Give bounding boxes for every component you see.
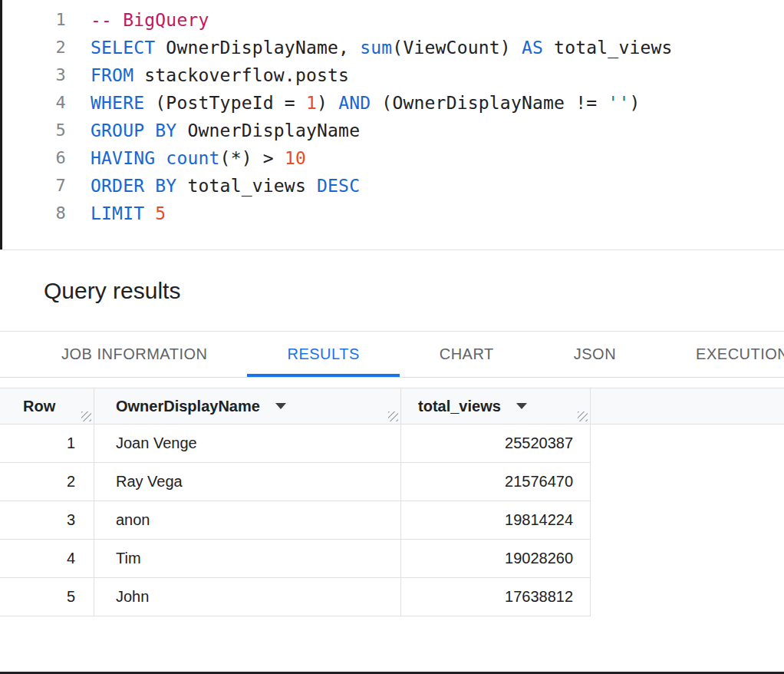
tab-execution-details[interactable]: EXECUTION DETAILS (656, 332, 784, 377)
owner-display-name-cell: anon (94, 501, 401, 539)
page-title: Query results (44, 278, 180, 304)
code-token: WHERE (91, 93, 144, 113)
tab-json[interactable]: JSON (534, 332, 656, 377)
row-number-cell: 3 (0, 501, 94, 539)
code-token: 5 (155, 203, 166, 223)
table-row[interactable]: 4Tim19028260 (0, 540, 591, 578)
code-token: GROUP BY (91, 121, 176, 140)
code-token: count (166, 148, 219, 168)
owner-display-name-cell: Joan Venge (94, 425, 401, 462)
column-header-total-views[interactable]: total_views (401, 388, 591, 424)
code-text: GROUP BY OwnerDisplayName (91, 117, 360, 144)
code-token: AND (338, 93, 371, 113)
code-text: ORDER BY total_views DESC (91, 172, 360, 200)
column-header-row[interactable]: Row (0, 388, 94, 424)
code-token: total_views (543, 38, 673, 58)
code-token: OwnerDisplayName (176, 121, 360, 140)
code-token: ORDER BY (91, 176, 176, 196)
line-number: 6 (0, 144, 66, 172)
code-token: (*) > (220, 148, 285, 168)
sql-editor-lines[interactable]: 1-- BigQuery2SELECT OwnerDisplayName, su… (0, 6, 784, 227)
table-row[interactable]: 3anon19814224 (0, 501, 591, 540)
results-table-body: 1Joan Venge255203872Ray Vega215764703ano… (0, 425, 784, 616)
code-token: ) (317, 93, 338, 113)
results-tabs: JOB INFORMATIONRESULTSCHARTJSONEXECUTION… (0, 332, 784, 378)
code-token: '' (608, 93, 629, 113)
sql-editor[interactable]: 1-- BigQuery2SELECT OwnerDisplayName, su… (0, 0, 784, 250)
chevron-down-icon[interactable] (275, 403, 286, 409)
tab-job-information[interactable]: JOB INFORMATION (21, 332, 247, 377)
column-label: total_views (418, 398, 501, 415)
line-number: 4 (0, 89, 66, 117)
code-line[interactable]: 1-- BigQuery (0, 6, 784, 34)
column-header-ownerdisplayname[interactable]: OwnerDisplayName (94, 388, 401, 424)
code-text: FROM stackoverflow.posts (91, 61, 349, 89)
code-token: OwnerDisplayName, (155, 38, 360, 58)
code-token: HAVING (91, 148, 155, 168)
line-number: 8 (0, 200, 66, 227)
results-table: Row OwnerDisplayName total_views 1Joan V… (0, 388, 784, 616)
code-text: -- BigQuery (91, 6, 209, 34)
code-text: HAVING count(*) > 10 (91, 144, 306, 172)
row-number-cell: 2 (0, 463, 94, 501)
column-resize-handle[interactable] (81, 411, 91, 421)
owner-display-name-cell: Tim (94, 540, 401, 577)
row-number-cell: 1 (0, 425, 94, 462)
code-line[interactable]: 6HAVING count(*) > 10 (0, 144, 784, 172)
code-token: 1 (306, 93, 317, 113)
code-token: ) (629, 93, 640, 113)
chevron-down-icon[interactable] (516, 403, 527, 409)
column-resize-handle[interactable] (388, 411, 398, 421)
query-results-header: Query results (0, 250, 784, 332)
table-row[interactable]: 2Ray Vega21576470 (0, 463, 591, 501)
code-token (155, 148, 166, 168)
code-token: (OwnerDisplayName != (371, 93, 608, 113)
code-token: AS (522, 38, 543, 58)
code-line[interactable]: 4WHERE (PostTypeId = 1) AND (OwnerDispla… (0, 89, 784, 117)
owner-display-name-cell: Ray Vega (94, 463, 401, 501)
owner-display-name-cell: John (94, 578, 401, 616)
code-token: (PostTypeId = (144, 93, 306, 113)
code-line[interactable]: 3FROM stackoverflow.posts (0, 61, 784, 89)
code-line[interactable]: 2SELECT OwnerDisplayName, sum(ViewCount)… (0, 34, 784, 61)
row-number-cell: 5 (0, 578, 94, 616)
code-token: LIMIT (91, 203, 144, 223)
code-token: 10 (285, 148, 306, 168)
tab-results[interactable]: RESULTS (247, 332, 399, 377)
table-header-row: Row OwnerDisplayName total_views (0, 388, 784, 425)
line-number: 7 (0, 172, 66, 200)
column-label: OwnerDisplayName (116, 398, 260, 415)
code-text: SELECT OwnerDisplayName, sum(ViewCount) … (91, 34, 673, 61)
table-row[interactable]: 1Joan Venge25520387 (0, 425, 591, 463)
code-line[interactable]: 7ORDER BY total_views DESC (0, 172, 784, 200)
code-token (144, 203, 155, 223)
table-header-filler (591, 388, 784, 424)
total-views-cell: 17638812 (401, 578, 591, 616)
code-text: WHERE (PostTypeId = 1) AND (OwnerDisplay… (91, 89, 641, 117)
code-token: -- BigQuery (91, 10, 209, 30)
editor-left-edge (0, 0, 2, 249)
code-token: SELECT (91, 38, 155, 58)
table-row[interactable]: 5John17638812 (0, 578, 591, 616)
line-number: 1 (0, 6, 66, 34)
total-views-cell: 25520387 (401, 425, 591, 462)
total-views-cell: 19814224 (401, 501, 591, 539)
column-label: Row (23, 398, 55, 415)
line-number: 3 (0, 61, 66, 89)
code-line[interactable]: 5GROUP BY OwnerDisplayName (0, 117, 784, 144)
code-token: (ViewCount) (392, 38, 522, 58)
column-resize-handle[interactable] (578, 411, 588, 421)
code-token: stackoverflow.posts (133, 65, 349, 85)
code-text: LIMIT 5 (91, 200, 166, 227)
code-line[interactable]: 8LIMIT 5 (0, 200, 784, 227)
tab-chart[interactable]: CHART (400, 332, 534, 377)
line-number: 5 (0, 117, 66, 144)
code-token: DESC (317, 176, 360, 196)
code-token: sum (360, 38, 392, 58)
total-views-cell: 21576470 (401, 463, 591, 501)
code-token: FROM (91, 65, 133, 85)
code-token: total_views (176, 176, 317, 196)
line-number: 2 (0, 34, 66, 61)
total-views-cell: 19028260 (401, 540, 591, 577)
row-number-cell: 4 (0, 540, 94, 577)
